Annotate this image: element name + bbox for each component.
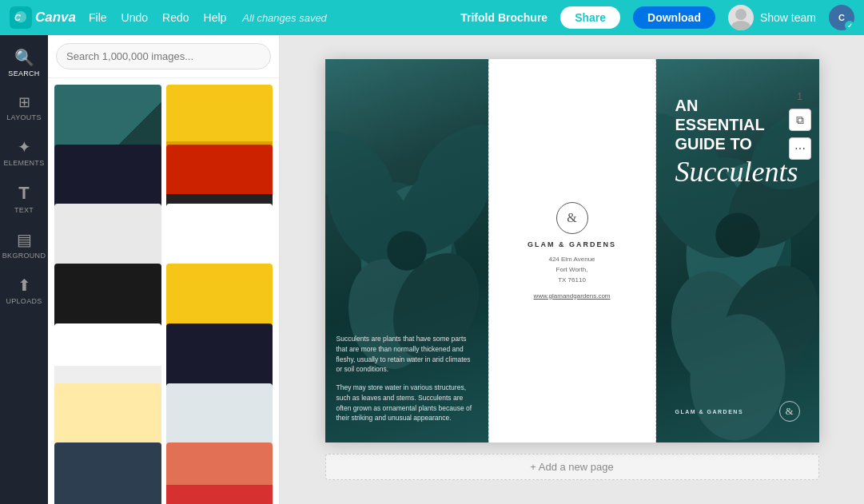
main-layout: 🔍 SEARCH ⊞ LAYOUTS ✦ ELEMENTS T TEXT ▤ B… [0, 35, 864, 504]
left-panel-content: Succulents are plants that have some par… [336, 334, 477, 431]
add-page-bar[interactable]: + Add a new page [325, 454, 819, 480]
brochure-right-panel: AN ESSENTIAL GUIDE TO Succulents GLAM & … [656, 59, 819, 442]
right-title-line3: GUIDE TO [675, 134, 800, 153]
logo-text: Canva [35, 10, 76, 26]
canvas-wrapper: Succulents are plants that have some par… [325, 59, 819, 442]
right-script-title: Succulents [675, 157, 800, 189]
user-avatar[interactable]: C ✓ [829, 5, 854, 30]
search-icon: 🔍 [14, 48, 34, 67]
svg-point-11 [387, 231, 427, 271]
middle-brand-name: GLAM & GARDENS [528, 240, 616, 248]
address-line-3: TX 76110 [548, 276, 595, 286]
share-button[interactable]: Share [560, 6, 620, 29]
file-menu[interactable]: File [89, 11, 107, 24]
search-box [48, 35, 279, 78]
sidebar-label-background: BKGROUND [2, 252, 46, 260]
middle-address: 424 Elm Avenue Fort Worth, TX 76110 [548, 255, 595, 285]
brochure-document: Succulents are plants that have some par… [325, 59, 819, 442]
document-title: Trifold Brochure [460, 11, 547, 24]
address-line-2: Fort Worth, [548, 265, 595, 276]
template-thumb-13[interactable]: "New York isthe biggestcollection of..." [54, 442, 161, 504]
templates-panel: FREE BROCHURE TEMPLATE FREE [48, 35, 280, 504]
user-badge: ✓ [845, 21, 854, 30]
save-status: All changes saved [242, 12, 327, 24]
svg-point-1 [735, 9, 747, 20]
main-nav: File Undo Redo Help [89, 11, 226, 24]
show-team-label: Show team [760, 11, 816, 24]
address-line-1: 424 Elm Avenue [548, 255, 595, 265]
redo-menu[interactable]: Redo [162, 11, 189, 24]
right-panel-content: AN ESSENTIAL GUIDE TO Succulents GLAM & … [667, 70, 808, 431]
right-title-block: AN ESSENTIAL GUIDE TO Succulents [675, 96, 800, 189]
templates-grid: FREE BROCHURE TEMPLATE FREE [48, 78, 279, 504]
sidebar-label-layouts: LAYOUTS [6, 113, 41, 121]
template-thumb-14[interactable]: Go ahead! [166, 442, 273, 504]
sidebar-label-uploads: UPLOADS [6, 297, 42, 305]
canva-logo[interactable]: C Canva [10, 6, 76, 29]
left-para-1: Succulents are plants that have some par… [336, 334, 477, 375]
ampersand-icon: & [567, 211, 576, 225]
download-button[interactable]: Download [633, 6, 715, 29]
show-team-button[interactable]: Show team [728, 5, 816, 30]
left-para-2: They may store water in various structur… [336, 383, 477, 423]
middle-logo-circle: & [556, 202, 588, 234]
canvas-area[interactable]: Succulents are plants that have some par… [280, 35, 864, 504]
team-avatar [728, 5, 754, 30]
sidebar: 🔍 SEARCH ⊞ LAYOUTS ✦ ELEMENTS T TEXT ▤ B… [0, 35, 48, 504]
sidebar-label-elements: ELEMENTS [4, 159, 45, 167]
background-icon: ▤ [17, 230, 32, 249]
header: C Canva File Undo Redo Help All changes … [0, 0, 864, 35]
help-menu[interactable]: Help [204, 11, 227, 24]
brochure-middle-panel: & GLAM & GARDENS 424 Elm Avenue Fort Wor… [488, 59, 656, 442]
layouts-icon: ⊞ [18, 93, 30, 111]
user-initials: C [838, 13, 845, 22]
logo-icon: C [10, 6, 32, 29]
sidebar-item-elements[interactable]: ✦ ELEMENTS [2, 131, 46, 173]
sidebar-label-search: SEARCH [8, 69, 39, 77]
right-title-line1: AN [675, 96, 800, 115]
brochure-left-panel: Succulents are plants that have some par… [325, 59, 488, 442]
sidebar-item-background[interactable]: ▤ BKGROUND [2, 224, 46, 266]
svg-point-2 [731, 21, 751, 30]
elements-icon: ✦ [18, 137, 31, 157]
svg-text:C: C [14, 13, 22, 22]
sidebar-label-text: TEXT [14, 206, 34, 214]
left-text-block: Succulents are plants that have some par… [336, 334, 477, 423]
undo-menu[interactable]: Undo [121, 11, 148, 24]
search-input[interactable] [56, 43, 271, 69]
middle-website: www.glamandgardens.com [533, 292, 610, 300]
sidebar-item-search[interactable]: 🔍 SEARCH [2, 42, 46, 84]
right-footer-logo: & [779, 401, 800, 422]
right-footer-brand: GLAM & GARDENS [675, 409, 744, 415]
right-title-line2: ESSENTIAL [675, 115, 800, 134]
sidebar-item-text[interactable]: T TEXT [2, 177, 46, 220]
sidebar-item-layouts[interactable]: ⊞ LAYOUTS [2, 87, 46, 128]
sidebar-item-uploads[interactable]: ⬆ UPLOADS [2, 269, 46, 312]
uploads-icon: ⬆ [18, 276, 31, 295]
right-footer: GLAM & GARDENS & [675, 401, 800, 422]
text-icon: T [18, 183, 29, 204]
